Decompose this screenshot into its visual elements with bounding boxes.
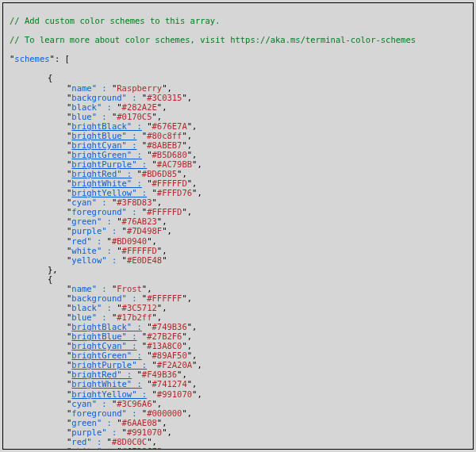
key-tail: " : xyxy=(102,255,117,265)
json-property: "yellow" : "#E0DE48" xyxy=(10,255,468,265)
json-value: #6AAE08 xyxy=(122,418,157,427)
json-property: "white" : "#6E386E", xyxy=(10,446,468,450)
json-key: brightBlue" : xyxy=(71,131,136,140)
key-tail: " : xyxy=(97,418,112,427)
json-property: "cyan" : "#3C96A6", xyxy=(10,399,468,408)
key-tail: " : xyxy=(92,312,107,322)
json-property: "black" : "#3C5712", xyxy=(10,303,468,312)
json-key: black xyxy=(71,102,97,112)
key-tail: " : xyxy=(122,293,137,303)
json-value: #3C96A6 xyxy=(117,399,152,408)
json-value: #FFFFFD xyxy=(122,246,157,255)
json-key: schemes xyxy=(14,54,49,63)
json-value: #F49B36 xyxy=(142,370,177,379)
key-tail: " : xyxy=(97,246,112,255)
object-open: { xyxy=(10,73,468,82)
json-key: purple xyxy=(71,226,102,236)
json-value: #282A2E xyxy=(122,102,157,112)
code-editor: // Add custom color schemes to this arra… xyxy=(2,2,474,450)
json-key: purple xyxy=(71,427,102,437)
json-property: "brightGreen" : "#B5D680", xyxy=(10,150,468,159)
json-property: "foreground" : "#FFFFFD", xyxy=(10,207,468,216)
json-property: "brightCyan" : "#8ABEB7", xyxy=(10,140,468,150)
key-tail: " : xyxy=(122,408,137,418)
json-key: brightRed" : xyxy=(71,169,132,178)
json-key: brightYellow" : xyxy=(71,188,147,197)
json-property: "cyan" : "#3F8D83", xyxy=(10,197,468,207)
json-key: brightBlack" : xyxy=(71,121,142,131)
json-key: background xyxy=(71,93,121,102)
json-property: "brightRed" : "#F49B36", xyxy=(10,370,468,379)
json-key: name xyxy=(71,83,91,93)
json-key: yellow xyxy=(71,255,102,265)
object-close: }, xyxy=(10,265,468,274)
json-property: "brightGreen" : "#89AF50", xyxy=(10,350,468,360)
json-key: blue xyxy=(71,112,91,121)
json-key: brightPurple" : xyxy=(71,159,147,169)
json-key: white xyxy=(71,246,97,255)
json-value: #8ABEB7 xyxy=(147,140,182,150)
json-key: cyan xyxy=(71,197,91,207)
object-open: { xyxy=(10,274,468,284)
json-property: "background" : "#3C0315", xyxy=(10,93,468,102)
json-value: #B5D680 xyxy=(152,150,187,159)
json-property: "brightCyan" : "#13A8C0", xyxy=(10,341,468,350)
json-value: #F2A20A xyxy=(157,360,192,370)
json-value: #000000 xyxy=(147,408,182,418)
json-property: "background" : "#FFFFFF", xyxy=(10,293,468,303)
json-value: #13A8C0 xyxy=(147,341,182,350)
json-property: "brightBlue" : "#27B2F6", xyxy=(10,331,468,341)
comment-line: // Add custom color schemes to this arra… xyxy=(10,16,221,25)
json-value: #27B2F6 xyxy=(147,331,182,341)
json-property: "red" : "#BD0940", xyxy=(10,236,468,246)
json-value: #749B36 xyxy=(152,322,187,331)
json-key: brightGreen" : xyxy=(71,150,142,159)
json-value: #AC79BB xyxy=(157,159,192,169)
json-property: "name" : "Frost", xyxy=(10,284,468,293)
key-tail: " : xyxy=(122,207,137,216)
json-key: white xyxy=(71,446,97,450)
key-tail: " : xyxy=(92,112,107,121)
json-property: "black" : "#282A2E", xyxy=(10,102,468,112)
json-value: #FFFD76 xyxy=(157,188,192,197)
key-tail: " : xyxy=(86,236,102,246)
json-value: #E0DE48 xyxy=(127,255,162,265)
json-property: "foreground" : "#000000", xyxy=(10,408,468,418)
json-value: #17b2ff xyxy=(117,312,152,322)
json-key: red xyxy=(71,437,86,446)
json-key: cyan xyxy=(71,399,91,408)
json-value: #0170C5 xyxy=(117,112,152,121)
json-value: #676E7A xyxy=(152,121,187,131)
json-key: foreground xyxy=(71,207,121,216)
json-value: #FFFFFF xyxy=(147,293,182,303)
json-value: #BD6D85 xyxy=(142,169,177,178)
json-property: "brightWhite" : "#741274", xyxy=(10,379,468,389)
json-property: "purple" : "#991070", xyxy=(10,427,468,437)
json-key: brightCyan" : xyxy=(71,140,136,150)
json-value: #BD0940 xyxy=(112,236,147,246)
json-key: brightBlue" : xyxy=(71,331,136,341)
json-key: green xyxy=(71,418,97,427)
json-key: brightCyan" : xyxy=(71,341,136,350)
json-key: brightPurple" : xyxy=(71,360,147,370)
key-tail: " : xyxy=(97,446,112,450)
json-property: "brightBlack" : "#676E7A", xyxy=(10,121,468,131)
comment-line: // To learn more about color schemes, vi… xyxy=(10,35,416,44)
key-tail: " : xyxy=(92,197,107,207)
json-key: blue xyxy=(71,312,91,322)
json-value: #FFFFFD xyxy=(152,178,187,188)
json-property: "brightBlack" : "#749B36", xyxy=(10,322,468,331)
json-key: foreground xyxy=(71,408,121,418)
json-key: brightBlack" : xyxy=(71,322,142,331)
json-value: Frost xyxy=(117,284,142,293)
json-key: red xyxy=(71,236,86,246)
key-tail: " : xyxy=(92,83,107,93)
json-property: "green" : "#76AB23", xyxy=(10,216,468,226)
key-tail: " : xyxy=(102,427,117,437)
schemes-array: {"name" : "Raspberry","background" : "#3… xyxy=(10,73,468,450)
json-value: #3C5712 xyxy=(122,303,157,312)
json-value: #8D0C0C xyxy=(112,437,147,446)
key-tail: " : xyxy=(92,284,107,293)
json-key: black xyxy=(71,303,97,312)
json-key: green xyxy=(71,216,97,226)
